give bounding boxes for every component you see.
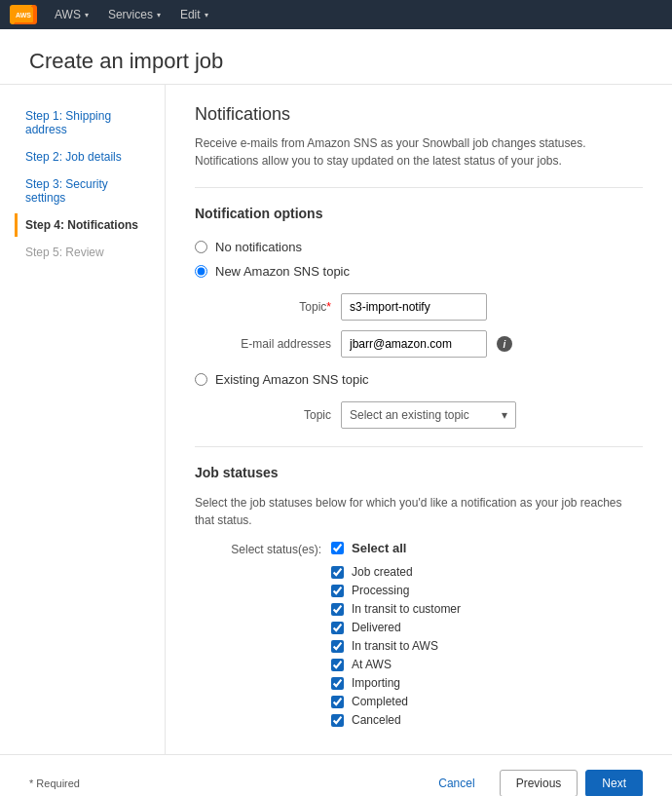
checkbox-importing[interactable]	[331, 677, 344, 690]
status-checkboxes-container: Select all Job created Processing	[331, 541, 461, 727]
select-all-checkbox[interactable]	[331, 542, 344, 554]
checkbox-delivered[interactable]	[331, 622, 344, 634]
sidebar-item-step1[interactable]: Step 1: Shipping address	[15, 104, 150, 141]
status-completed: Completed	[331, 695, 461, 708]
section-description: Receive e-mails from Amazon SNS as your …	[195, 134, 643, 170]
topbar: AWS AWS ▾ Services ▾ Edit ▾	[0, 0, 672, 29]
required-label: * Required	[29, 777, 80, 789]
email-label: E-mail addresses	[224, 337, 331, 351]
sidebar-item-step4[interactable]: Step 4: Notifications	[15, 213, 150, 237]
status-job-created: Job created	[331, 565, 461, 579]
status-in-transit-aws: In transit to AWS	[331, 639, 461, 653]
divider-1	[195, 187, 643, 188]
svg-text:AWS: AWS	[16, 12, 31, 19]
status-processing: Processing	[331, 584, 461, 597]
radio-no-notification[interactable]: No notifications	[195, 235, 643, 259]
radio-new-topic[interactable]: New Amazon SNS topic	[195, 259, 643, 284]
page-container: Create an import job Step 1: Shipping ad…	[0, 29, 672, 796]
notification-options-title: Notification options	[195, 206, 643, 221]
divider-2	[195, 446, 643, 447]
topic-required-star: *	[326, 300, 331, 314]
cancel-button[interactable]: Cancel	[422, 770, 491, 796]
status-at-aws: At AWS	[331, 658, 461, 671]
select-all-label: Select all	[352, 541, 406, 555]
main-content: Notifications Receive e-mails from Amazo…	[166, 85, 672, 754]
select-status-label: Select status(es):	[195, 541, 331, 556]
email-info-icon[interactable]: i	[497, 336, 512, 352]
email-field: E-mail addresses i	[224, 330, 643, 358]
sidebar-item-step2[interactable]: Step 2: Job details	[15, 145, 150, 169]
existing-topic-dropdown[interactable]: Select an existing topic ▾	[341, 401, 516, 429]
checkbox-at-aws[interactable]	[331, 659, 344, 671]
job-statuses-description: Select the job statuses below for which …	[195, 494, 643, 529]
sidebar: Step 1: Shipping address Step 2: Job det…	[0, 85, 166, 754]
status-in-transit-customer: In transit to customer	[331, 602, 461, 616]
checkbox-in-transit-aws[interactable]	[331, 640, 344, 653]
aws-dropdown-arrow: ▾	[85, 11, 89, 19]
topic-label: Topic*	[224, 300, 331, 314]
nav-edit[interactable]: Edit ▾	[170, 0, 218, 29]
edit-dropdown-arrow: ▾	[205, 11, 208, 19]
topic-field: Topic*	[224, 293, 643, 321]
dropdown-arrow-icon: ▾	[502, 408, 507, 422]
checkbox-completed[interactable]	[331, 696, 344, 708]
job-statuses-section: Job statuses Select the job statuses bel…	[195, 465, 643, 727]
footer-buttons: Cancel Previous Next	[422, 770, 643, 796]
checkbox-job-created[interactable]	[331, 566, 344, 579]
services-dropdown-arrow: ▾	[157, 11, 161, 19]
new-topic-label: New Amazon SNS topic	[215, 264, 350, 279]
select-all-row: Select all	[331, 541, 461, 555]
sidebar-item-step5: Step 5: Review	[15, 241, 150, 264]
checkbox-processing[interactable]	[331, 585, 344, 597]
no-notification-label: No notifications	[215, 240, 302, 254]
existing-topic-field: Topic Select an existing topic ▾	[224, 401, 643, 429]
email-input[interactable]	[341, 330, 487, 358]
aws-logo: AWS	[10, 5, 37, 24]
job-statuses-title: Job statuses	[195, 465, 643, 480]
nav-services[interactable]: Services ▾	[98, 0, 170, 29]
existing-topic-label-text: Topic	[224, 408, 331, 422]
checkbox-in-transit-customer[interactable]	[331, 603, 344, 616]
status-importing: Importing	[331, 676, 461, 690]
nav-aws[interactable]: AWS ▾	[45, 0, 98, 29]
checkbox-canceled[interactable]	[331, 714, 344, 727]
no-notification-radio[interactable]	[195, 241, 207, 253]
radio-existing-topic[interactable]: Existing Amazon SNS topic	[195, 367, 643, 392]
topic-input[interactable]	[341, 293, 487, 321]
previous-button[interactable]: Previous	[500, 770, 579, 796]
status-checkboxes-row: Select status(es): Select all Job create…	[195, 541, 643, 727]
page-footer: * Required Cancel Previous Next	[0, 754, 672, 796]
existing-topic-radio[interactable]	[195, 373, 207, 386]
status-delivered: Delivered	[331, 621, 461, 634]
section-title: Notifications	[195, 104, 643, 125]
next-button[interactable]: Next	[585, 770, 643, 796]
sidebar-item-step3[interactable]: Step 3: Security settings	[15, 172, 150, 209]
existing-topic-label: Existing Amazon SNS topic	[215, 372, 369, 387]
status-canceled: Canceled	[331, 713, 461, 727]
page-header: Create an import job	[0, 29, 672, 85]
new-topic-radio[interactable]	[195, 265, 207, 278]
page-title: Create an import job	[29, 49, 643, 74]
content-layout: Step 1: Shipping address Step 2: Job det…	[0, 85, 672, 754]
